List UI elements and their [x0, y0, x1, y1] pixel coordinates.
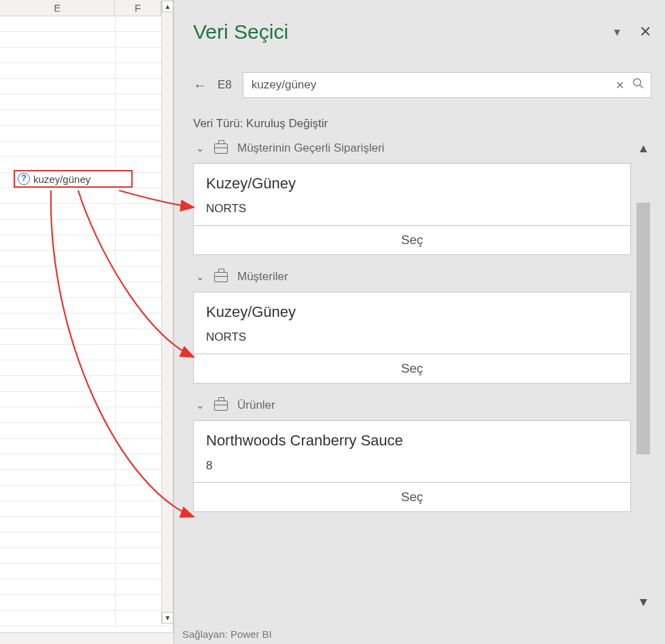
grid-row[interactable] — [0, 470, 173, 486]
result-card: Northwoods Cranberry Sauce 8 Seç — [193, 420, 631, 512]
grid-row[interactable] — [0, 16, 173, 32]
group-header-orders[interactable]: ⌄ Müşterinin Geçerli Siparişleri — [196, 141, 631, 155]
grid-row[interactable] — [0, 611, 173, 626]
grid-row[interactable] — [0, 126, 173, 141]
grid-row[interactable] — [0, 220, 173, 235]
grid-row[interactable] — [0, 298, 173, 313]
chevron-down-icon: ⌄ — [196, 271, 205, 283]
grid-row[interactable] — [0, 548, 173, 564]
grid-row[interactable] — [0, 360, 173, 376]
grid-row[interactable] — [0, 579, 173, 595]
chevron-down-icon: ⌄ — [196, 399, 205, 411]
active-cell[interactable]: kuzey/güney — [14, 170, 133, 188]
column-header-f[interactable]: F — [115, 0, 161, 16]
panel-title: Veri Seçici — [193, 20, 288, 44]
grid-row[interactable] — [0, 235, 173, 251]
horizontal-scrollbar[interactable] — [0, 632, 173, 644]
select-button[interactable]: Seç — [194, 225, 630, 254]
grid-row[interactable] — [0, 392, 173, 407]
grid-row[interactable] — [0, 48, 173, 63]
grid-row[interactable] — [0, 204, 173, 220]
grid-row[interactable] — [0, 32, 173, 48]
grid-row[interactable] — [0, 501, 173, 517]
search-icon[interactable] — [632, 78, 644, 92]
card-subtitle: NORTS — [206, 331, 618, 344]
scroll-down-icon[interactable]: ▼ — [162, 612, 173, 624]
scroll-thumb[interactable] — [636, 203, 650, 454]
result-card: Kuzey/Güney NORTS Seç — [193, 163, 631, 255]
results-area: ⌄ Müşterinin Geçerli Siparişleri Kuzey/G… — [193, 141, 651, 611]
clear-search-icon[interactable]: ✕ — [615, 79, 624, 92]
grid-row[interactable] — [0, 345, 173, 360]
active-cell-text: kuzey/güney — [33, 173, 90, 185]
grid-row[interactable] — [0, 110, 173, 126]
back-arrow-icon[interactable]: ← — [193, 78, 207, 93]
data-type-line[interactable]: Veri Türü: Kuruluş Değiştir — [193, 117, 651, 131]
vertical-scrollbar[interactable]: ▲ ▼ — [161, 1, 173, 624]
grid-row[interactable] — [0, 564, 173, 579]
panel-footer: Sağlayan: Power BI — [182, 628, 272, 640]
cell-reference: E8 — [218, 78, 232, 92]
card-subtitle: NORTS — [206, 202, 618, 216]
group-label: Ürünler — [237, 399, 275, 412]
grid-row[interactable] — [0, 251, 173, 267]
grid-row[interactable] — [0, 95, 173, 110]
grid-row[interactable] — [0, 267, 173, 282]
close-icon[interactable]: ✕ — [639, 23, 651, 41]
group-label: Müşterinin Geçerli Siparişleri — [237, 141, 384, 155]
card-title: Northwoods Cranberry Sauce — [206, 432, 618, 450]
grid-row[interactable] — [0, 439, 173, 454]
grid-row[interactable] — [0, 376, 173, 392]
grid-row[interactable] — [0, 517, 173, 532]
svg-line-1 — [640, 85, 643, 88]
data-selector-panel: Veri Seçici ▾ ✕ ← E8 ✕ Veri Türü: Kurulu — [173, 0, 665, 644]
select-button[interactable]: Seç — [194, 354, 630, 383]
chevron-down-icon: ⌄ — [196, 142, 205, 154]
result-card: Kuzey/Güney NORTS Seç — [193, 292, 631, 384]
grid-row[interactable] — [0, 63, 173, 79]
svg-point-0 — [634, 79, 641, 86]
search-box[interactable]: ✕ — [243, 72, 651, 98]
select-button[interactable]: Seç — [194, 482, 630, 511]
grid-row[interactable] — [0, 532, 173, 548]
grid-row[interactable] — [0, 595, 173, 611]
briefcase-icon — [214, 272, 228, 282]
question-mark-icon — [18, 173, 30, 185]
card-title: Kuzey/Güney — [206, 175, 618, 192]
grid-row[interactable] — [0, 454, 173, 470]
grid-row[interactable] — [0, 282, 173, 298]
grid-row[interactable] — [0, 188, 173, 204]
grid-row[interactable] — [0, 486, 173, 501]
panel-scrollbar[interactable]: ⯅ ⯆ — [635, 141, 651, 611]
grid-row[interactable] — [0, 423, 173, 439]
briefcase-icon — [214, 143, 228, 154]
group-header-customers[interactable]: ⌄ Müşteriler — [196, 270, 631, 284]
grid-row[interactable] — [0, 329, 173, 345]
grid-row[interactable] — [0, 407, 173, 423]
grid-row[interactable] — [0, 141, 173, 157]
group-header-products[interactable]: ⌄ Ürünler — [196, 399, 631, 412]
column-header-e[interactable]: E — [0, 0, 115, 16]
briefcase-icon — [214, 401, 228, 411]
grid-rows[interactable] — [0, 16, 173, 626]
dropdown-icon[interactable]: ▾ — [614, 24, 620, 39]
card-title: Kuzey/Güney — [206, 303, 618, 321]
column-headers: E F — [0, 0, 173, 16]
scroll-up-icon[interactable]: ▲ — [162, 1, 173, 12]
scroll-up-icon[interactable]: ⯅ — [635, 141, 651, 158]
scroll-down-icon[interactable]: ⯆ — [635, 594, 651, 611]
group-label: Müşteriler — [237, 270, 288, 284]
search-input[interactable] — [250, 78, 607, 92]
card-subtitle: 8 — [206, 459, 618, 473]
grid-row[interactable] — [0, 79, 173, 95]
spreadsheet-area: E F kuzey/güney ▲ ▼ — [0, 0, 173, 644]
grid-row[interactable] — [0, 313, 173, 329]
